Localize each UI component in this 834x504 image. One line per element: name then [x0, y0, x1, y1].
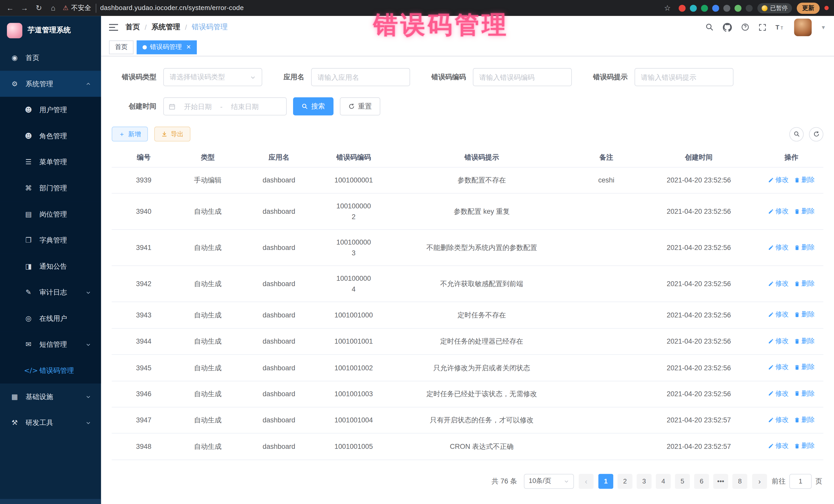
- browser-extension-icon[interactable]: [734, 5, 741, 12]
- sidebar-item-home[interactable]: ◉首页: [0, 45, 101, 71]
- edit-link[interactable]: 修改: [768, 279, 789, 288]
- goto-page-input[interactable]: [789, 474, 812, 489]
- hamburger-icon[interactable]: [109, 23, 118, 31]
- search-icon[interactable]: [705, 23, 714, 31]
- browser-extension-icon[interactable]: [690, 5, 697, 12]
- chevron-down-icon[interactable]: ▼: [821, 24, 826, 30]
- delete-link[interactable]: 删除: [794, 310, 815, 320]
- security-warning[interactable]: ⚠不安全: [63, 3, 96, 12]
- sidebar-item-audit-log[interactable]: ✎审计日志: [0, 279, 101, 305]
- sidebar-item-notice[interactable]: ◨通知公告: [0, 253, 101, 280]
- delete-link[interactable]: 删除: [794, 415, 815, 425]
- paused-badge[interactable]: 已暂停: [758, 3, 792, 13]
- sidebar-item-dev-tools[interactable]: ⚒研发工具: [0, 410, 101, 436]
- sidebar-item-dict-management[interactable]: ❐字典管理: [0, 227, 101, 253]
- start-date-input[interactable]: [179, 103, 217, 110]
- sidebar-collapse-bar[interactable]: [0, 499, 101, 504]
- forward-icon[interactable]: →: [20, 4, 29, 12]
- sidebar-item-menu-management[interactable]: ☰菜单管理: [0, 149, 101, 175]
- browser-extension-icon[interactable]: [712, 5, 719, 12]
- prev-page-button[interactable]: ‹: [579, 474, 594, 489]
- error-msg-input[interactable]: [641, 73, 727, 81]
- delete-link[interactable]: 删除: [794, 363, 815, 372]
- edit-link[interactable]: 修改: [768, 389, 789, 398]
- edit-link[interactable]: 修改: [768, 415, 789, 425]
- delete-link[interactable]: 删除: [794, 206, 815, 216]
- edit-link[interactable]: 修改: [768, 242, 789, 253]
- page-button-6[interactable]: 6: [694, 474, 709, 489]
- error-code-input[interactable]: [479, 73, 566, 81]
- edit-link[interactable]: 修改: [768, 310, 789, 320]
- tab-error-code[interactable]: 错误码管理✕: [137, 40, 197, 54]
- page-size-select[interactable]: 10条/页: [524, 474, 574, 489]
- reload-icon[interactable]: ↻: [34, 4, 44, 12]
- svg-text:T: T: [775, 24, 780, 30]
- font-size-icon[interactable]: TT: [775, 23, 785, 31]
- browser-extension-icon[interactable]: [701, 5, 708, 12]
- fullscreen-icon[interactable]: [759, 23, 767, 31]
- more-pages-button[interactable]: •••: [713, 474, 728, 489]
- edit-link[interactable]: 修改: [768, 363, 789, 372]
- refresh-table-button[interactable]: [809, 127, 824, 141]
- reset-button[interactable]: 重置: [340, 97, 380, 115]
- sidebar-item-infrastructure[interactable]: ▦基础设施: [0, 384, 101, 410]
- page-button-4[interactable]: 4: [656, 474, 671, 489]
- delete-link[interactable]: 删除: [794, 175, 815, 185]
- cell-code: 1001001003: [318, 381, 389, 407]
- cell-id: 3943: [112, 302, 176, 328]
- add-button[interactable]: ＋新增: [112, 127, 148, 141]
- update-button[interactable]: 更新: [797, 2, 820, 14]
- date-range-picker[interactable]: -: [163, 97, 287, 115]
- puzzle-extension-icon[interactable]: [746, 5, 753, 12]
- sidebar-item-role-management[interactable]: ☻角色管理: [0, 123, 101, 149]
- delete-link[interactable]: 删除: [794, 279, 815, 288]
- chevron-down-icon: [86, 420, 91, 425]
- back-icon[interactable]: ←: [5, 4, 15, 12]
- next-page-button[interactable]: ›: [752, 474, 767, 489]
- sidebar-item-dept-management[interactable]: ⌘部门管理: [0, 175, 101, 201]
- browser-extension-icon[interactable]: [723, 5, 730, 12]
- delete-link[interactable]: 删除: [794, 389, 815, 398]
- edit-link[interactable]: 修改: [768, 336, 789, 346]
- logo[interactable]: 芋道管理系统: [0, 16, 101, 45]
- sidebar-item-error-code-management[interactable]: </>错误码管理: [0, 357, 101, 384]
- sidebar-item-post-management[interactable]: ▤岗位管理: [0, 201, 101, 227]
- edit-link[interactable]: 修改: [768, 175, 789, 185]
- edit-link[interactable]: 修改: [768, 441, 789, 451]
- chevron-down-icon: [250, 74, 256, 80]
- sidebar-item-user-management[interactable]: ☻用户管理: [0, 97, 101, 123]
- edit-icon: [768, 365, 774, 370]
- page-button-3[interactable]: 3: [637, 474, 652, 489]
- sidebar-item-sms-management[interactable]: ✉短信管理: [0, 331, 101, 357]
- table-row: 3940自动生成dashboard1001000002参数配置 key 重复20…: [112, 194, 823, 230]
- tab-home[interactable]: 首页: [109, 40, 133, 54]
- close-icon[interactable]: ✕: [186, 44, 191, 50]
- browser-extension-icon[interactable]: [679, 5, 686, 12]
- page-button-1[interactable]: 1: [598, 474, 613, 489]
- search-icon: [793, 131, 799, 137]
- error-type-select[interactable]: 请选择错误码类型: [163, 68, 262, 86]
- app-name-input[interactable]: [317, 73, 404, 81]
- page-button-2[interactable]: 2: [617, 474, 632, 489]
- toggle-search-button[interactable]: [789, 127, 804, 141]
- bookmark-star-icon[interactable]: ☆: [664, 4, 671, 12]
- home-icon[interactable]: ⌂: [48, 4, 58, 12]
- page-button-8[interactable]: 8: [732, 474, 747, 489]
- delete-link[interactable]: 删除: [794, 441, 815, 451]
- page-button-5[interactable]: 5: [675, 474, 690, 489]
- sidebar-item-system-management[interactable]: ⚙系统管理: [0, 71, 101, 97]
- export-button[interactable]: 导出: [154, 127, 191, 141]
- address-bar[interactable]: ⚠不安全 dashboard.yudao.iocoder.cn/system/e…: [63, 3, 671, 12]
- delete-link[interactable]: 删除: [794, 336, 815, 346]
- end-date-input[interactable]: [226, 103, 264, 110]
- edit-link[interactable]: 修改: [768, 206, 789, 216]
- user-avatar[interactable]: [794, 19, 812, 36]
- search-button[interactable]: 搜索: [293, 97, 334, 115]
- breadcrumb-item[interactable]: 系统管理: [151, 22, 180, 32]
- url-text[interactable]: dashboard.yudao.iocoder.cn/system/error-…: [100, 4, 244, 12]
- delete-link[interactable]: 删除: [794, 242, 815, 253]
- sidebar-item-online-users[interactable]: ◎在线用户: [0, 305, 101, 332]
- breadcrumb-item[interactable]: 首页: [126, 22, 140, 32]
- help-icon[interactable]: [741, 23, 749, 31]
- github-icon[interactable]: [723, 23, 732, 31]
